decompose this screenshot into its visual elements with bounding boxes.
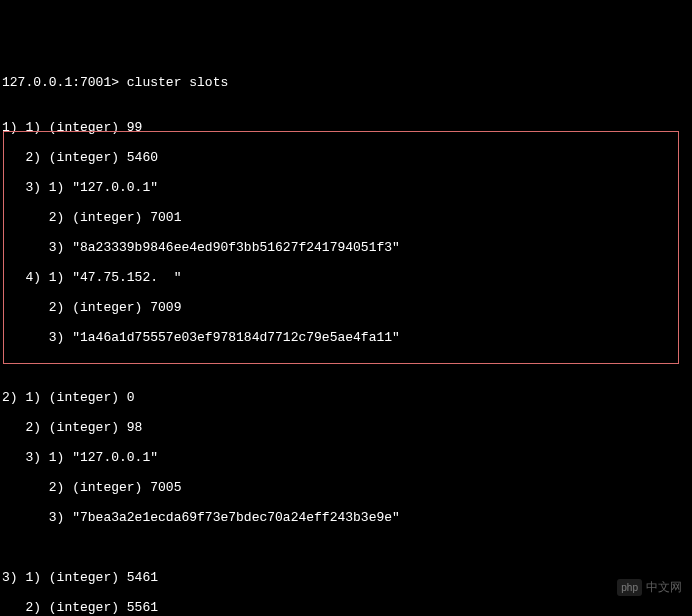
- output-line: 3) 1) (integer) 5461: [2, 570, 692, 585]
- prompt-line: 127.0.0.1:7001> cluster slots: [2, 75, 692, 90]
- output-line: 3) 1) "127.0.0.1": [2, 450, 692, 465]
- output-line: 3) "8a23339b9846ee4ed90f3bb51627f2417940…: [2, 240, 692, 255]
- slot-entry-3: 3) 1) (integer) 5461 2) (integer) 5561 3…: [2, 555, 692, 616]
- output-line: 4) 1) "47.75.152. ": [2, 270, 692, 285]
- terminal-output: 127.0.0.1:7001> cluster slots 1) 1) (int…: [2, 60, 692, 616]
- output-line: 3) 1) "127.0.0.1": [2, 180, 692, 195]
- watermark-text: 中文网: [646, 580, 682, 595]
- slot-entry-1: 1) 1) (integer) 99 2) (integer) 5460 3) …: [2, 105, 692, 360]
- output-line: 2) (integer) 98: [2, 420, 692, 435]
- output-line: 2) (integer) 7005: [2, 480, 692, 495]
- output-line: 2) (integer) 5561: [2, 600, 692, 615]
- output-line: 1) 1) (integer) 99: [2, 120, 692, 135]
- output-line: 2) (integer) 7009: [2, 300, 692, 315]
- output-line: 2) (integer) 7001: [2, 210, 692, 225]
- watermark-logo: php: [617, 579, 642, 596]
- slot-entry-2: 2) 1) (integer) 0 2) (integer) 98 3) 1) …: [2, 375, 692, 540]
- output-line: 2) (integer) 5460: [2, 150, 692, 165]
- output-line: 2) 1) (integer) 0: [2, 390, 692, 405]
- output-line: 3) "1a46a1d75557e03ef978184d7712c79e5ae4…: [2, 330, 692, 345]
- watermark: php 中文网: [617, 579, 682, 596]
- output-line: 3) "7bea3a2e1ecda69f73e7bdec70a24eff243b…: [2, 510, 692, 525]
